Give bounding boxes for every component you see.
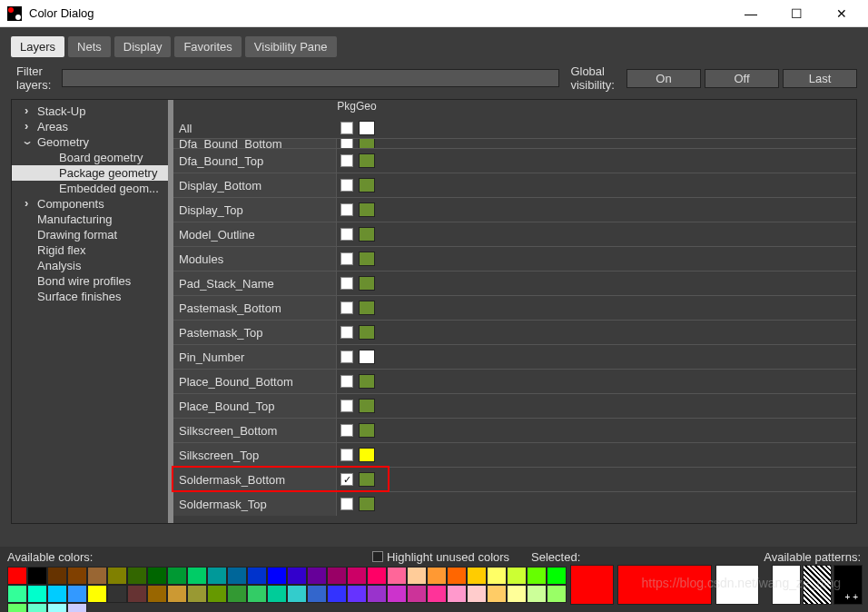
layer-name[interactable]: Dfa_Bound_Bottom <box>173 139 337 148</box>
tab-visibility-pane[interactable]: Visibility Pane <box>245 36 337 57</box>
color-swatch[interactable] <box>387 567 407 585</box>
color-swatch[interactable] <box>187 585 207 603</box>
color-swatch[interactable] <box>287 567 307 585</box>
global-vis-off-button[interactable]: Off <box>705 69 779 88</box>
color-swatch[interactable] <box>447 585 467 603</box>
color-swatch[interactable] <box>307 585 327 603</box>
close-button[interactable]: ✕ <box>828 6 855 21</box>
tree-item-rigid-flex[interactable]: Rigid flex <box>12 242 168 258</box>
pattern-diag[interactable] <box>803 565 832 605</box>
layer-color-swatch[interactable] <box>359 202 375 217</box>
layer-color-swatch[interactable] <box>359 374 375 389</box>
tree-item-stack-up[interactable]: Stack-Up <box>12 104 168 119</box>
layer-color-swatch[interactable] <box>359 153 375 168</box>
layer-name[interactable]: Silkscreen_Top <box>173 443 337 467</box>
color-swatch[interactable] <box>527 585 547 603</box>
layer-color-swatch[interactable] <box>359 325 375 340</box>
color-swatch[interactable] <box>427 567 447 585</box>
layer-name[interactable]: Place_Bound_Bottom <box>173 370 337 393</box>
color-swatch[interactable] <box>167 567 187 585</box>
color-swatch[interactable] <box>547 585 567 603</box>
layer-visibility-checkbox[interactable] <box>340 400 353 412</box>
all-row-label[interactable]: All <box>173 118 337 138</box>
layer-color-swatch[interactable] <box>359 472 375 487</box>
layer-visibility-checkbox[interactable] <box>340 203 353 216</box>
layer-name[interactable]: Soldermask_Top <box>173 492 337 516</box>
color-swatch[interactable] <box>407 585 427 603</box>
layer-visibility-checkbox[interactable] <box>340 301 353 314</box>
highlight-unused-checkbox[interactable] <box>372 551 383 562</box>
layer-color-swatch[interactable] <box>359 350 375 364</box>
layer-visibility-checkbox[interactable] <box>340 138 353 148</box>
color-swatch[interactable] <box>167 585 187 603</box>
color-swatch[interactable] <box>127 585 147 603</box>
layer-color-swatch[interactable] <box>359 178 375 192</box>
tree-item-embedded-geom-[interactable]: Embedded geom... <box>12 181 168 196</box>
layer-color-swatch[interactable] <box>359 448 375 462</box>
pattern-solid[interactable] <box>772 565 801 605</box>
layer-name[interactable]: Model_Outline <box>173 222 337 246</box>
selected-color-2[interactable] <box>715 565 759 605</box>
layer-name[interactable]: Soldermask_Bottom <box>173 468 337 491</box>
color-swatch[interactable] <box>287 585 307 603</box>
tree-item-drawing-format[interactable]: Drawing format <box>12 227 168 242</box>
color-swatch[interactable] <box>187 567 207 585</box>
layer-visibility-checkbox[interactable]: ✓ <box>340 473 353 486</box>
tree-item-components[interactable]: Components <box>12 196 168 212</box>
layer-name[interactable]: Pastemask_Bottom <box>173 296 337 320</box>
filter-input[interactable] <box>62 69 559 87</box>
color-swatch[interactable] <box>467 585 487 603</box>
color-swatch[interactable] <box>147 585 167 603</box>
layer-visibility-checkbox[interactable] <box>340 252 353 265</box>
color-swatch[interactable] <box>327 567 347 585</box>
color-swatch[interactable] <box>227 567 247 585</box>
maximize-button[interactable]: ☐ <box>783 6 810 21</box>
tab-nets[interactable]: Nets <box>68 36 111 57</box>
color-swatch[interactable] <box>507 585 527 603</box>
color-swatch[interactable] <box>207 585 227 603</box>
minimize-button[interactable]: — <box>737 6 764 21</box>
color-swatch[interactable] <box>27 603 47 612</box>
color-swatch[interactable] <box>527 567 547 585</box>
color-swatch[interactable] <box>387 585 407 603</box>
layer-visibility-checkbox[interactable] <box>340 277 353 290</box>
color-swatch[interactable] <box>27 567 47 585</box>
tab-display[interactable]: Display <box>114 36 172 57</box>
layer-name[interactable]: Display_Top <box>173 198 337 222</box>
color-swatch[interactable] <box>487 567 507 585</box>
color-swatch[interactable] <box>547 567 567 585</box>
header-checkbox[interactable] <box>340 122 353 134</box>
color-swatch[interactable] <box>107 585 127 603</box>
color-swatch[interactable] <box>447 567 467 585</box>
layer-color-swatch[interactable] <box>359 138 375 148</box>
tree-item-areas[interactable]: Areas <box>12 119 168 134</box>
layer-name[interactable]: Place_Bound_Top <box>173 394 337 418</box>
tree-item-analysis[interactable]: Analysis <box>12 258 168 273</box>
color-swatch[interactable] <box>207 567 227 585</box>
layer-color-swatch[interactable] <box>359 497 375 511</box>
layer-visibility-checkbox[interactable] <box>340 424 353 437</box>
color-swatch[interactable] <box>507 567 527 585</box>
color-swatch[interactable] <box>427 585 447 603</box>
layer-name[interactable]: Modules <box>173 247 337 271</box>
color-swatch[interactable] <box>47 567 67 585</box>
color-swatch[interactable] <box>87 585 107 603</box>
color-swatch[interactable] <box>407 567 427 585</box>
color-swatch[interactable] <box>247 567 267 585</box>
tree-item-surface-finishes[interactable]: Surface finishes <box>12 289 168 304</box>
color-swatch[interactable] <box>327 585 347 603</box>
layer-color-swatch[interactable] <box>359 227 375 242</box>
color-swatch[interactable] <box>487 585 507 603</box>
layer-visibility-checkbox[interactable] <box>340 498 353 510</box>
layer-visibility-checkbox[interactable] <box>340 375 353 388</box>
global-vis-on-button[interactable]: On <box>626 69 701 88</box>
color-swatch[interactable] <box>7 567 27 585</box>
layer-name[interactable]: Display_Bottom <box>173 173 337 197</box>
layer-name[interactable]: Pad_Stack_Name <box>173 271 337 295</box>
global-vis-last-button[interactable]: Last <box>783 69 857 88</box>
selected-color-1[interactable] <box>617 565 712 605</box>
color-swatch[interactable] <box>147 567 167 585</box>
color-swatch[interactable] <box>47 585 67 603</box>
layer-name[interactable]: Dfa_Bound_Top <box>173 149 337 173</box>
pattern-dots[interactable]: + + <box>833 565 863 605</box>
